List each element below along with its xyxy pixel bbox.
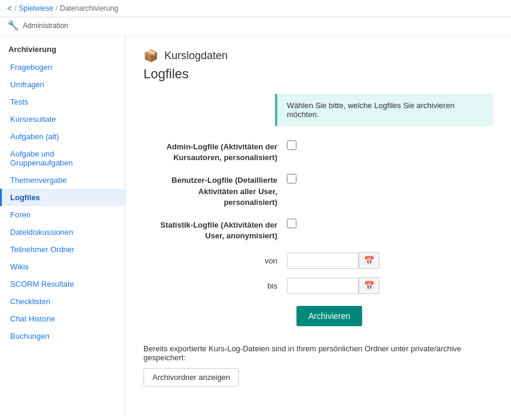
- statistik-logfile-label: Statistik-Logfile (Aktivitäten der User,…: [155, 219, 287, 241]
- breadcrumb-sep1: /: [14, 4, 16, 13]
- admin-icon: 🔧: [7, 20, 19, 31]
- sidebar-item-logfiles[interactable]: Logfiles: [0, 189, 125, 206]
- header: < / Spielwiese / Datenarchivierung: [0, 0, 511, 17]
- date-to-input[interactable]: [287, 278, 359, 294]
- sidebar-item-aufgabe-gruppe[interactable]: Aufgabe und Gruppenaufgaben: [0, 145, 125, 171]
- sidebar-item-themenvergabe[interactable]: Themenvergabe: [0, 171, 125, 189]
- admin-logfile-row: Admin-Logfile (Aktivitäten der Kursautor…: [155, 140, 493, 163]
- date-from-row: von 📅: [155, 252, 493, 269]
- sidebar-section-title: Archivierung: [0, 36, 125, 59]
- date-from-label: von: [155, 256, 287, 265]
- back-button[interactable]: <: [7, 4, 12, 13]
- sidebar-item-umfragen[interactable]: Umfragen: [0, 76, 125, 93]
- sidebar-item-tests[interactable]: Tests: [0, 93, 125, 111]
- sidebar-item-aufgaben-alt[interactable]: Aufgaben (alt): [0, 128, 125, 145]
- main-content: 📦 Kurslogdaten Logfiles Wählen Sie bitte…: [126, 36, 511, 415]
- sidebar-item-kursresultate[interactable]: Kursresultate: [0, 111, 125, 128]
- footer-text: Bereits exportierte Kurs-Log-Dateien sin…: [143, 344, 461, 362]
- sidebar-item-foren[interactable]: Foren: [0, 206, 125, 223]
- sidebar-item-scorm[interactable]: SCORM Resultate: [0, 275, 125, 293]
- page-icon: 📦: [143, 48, 158, 63]
- sidebar: Archivierung Fragebogen Umfragen Tests K…: [0, 36, 126, 415]
- sidebar-item-teilnehmer-ordner[interactable]: Teilnehmer Ordner: [0, 241, 125, 258]
- layout: Archivierung Fragebogen Umfragen Tests K…: [0, 36, 511, 415]
- admin-section: 🔧 Administration: [0, 17, 511, 36]
- date-to-row: bis 📅: [155, 277, 493, 294]
- admin-logfile-label: Admin-Logfile (Aktivitäten der Kursautor…: [155, 140, 287, 163]
- breadcrumb-spielwiese[interactable]: Spielwiese: [19, 4, 53, 13]
- statistik-logfile-control: [287, 219, 296, 228]
- archive-button[interactable]: Archivieren: [296, 306, 362, 326]
- statistik-logfile-checkbox[interactable]: [287, 219, 296, 228]
- footer-info: Bereits exportierte Kurs-Log-Dateien sin…: [143, 344, 493, 387]
- page-title: Kurslogdaten: [164, 50, 228, 62]
- sidebar-item-chat-historie[interactable]: Chat Historie: [0, 310, 125, 327]
- page-title-section: 📦 Kurslogdaten: [143, 48, 493, 63]
- date-to-calendar-button[interactable]: 📅: [359, 277, 380, 294]
- date-from-input[interactable]: [287, 253, 359, 269]
- benutzer-logfile-row: Benutzer-Logfile (Detaillierte Aktivität…: [155, 174, 493, 208]
- show-folder-button[interactable]: Archivordner anzeigen: [143, 368, 239, 387]
- benutzer-logfile-control: [287, 174, 296, 183]
- benutzer-logfile-checkbox[interactable]: [287, 174, 296, 183]
- breadcrumb-sep2: /: [56, 4, 57, 13]
- sidebar-item-buchungen[interactable]: Buchungen: [0, 327, 125, 345]
- page-subtitle: Logfiles: [143, 66, 493, 82]
- date-to-label: bis: [155, 281, 287, 290]
- admin-logfile-checkbox[interactable]: [287, 140, 296, 150]
- breadcrumb: < / Spielwiese / Datenarchivierung: [7, 4, 118, 13]
- admin-label: Administration: [23, 22, 68, 30]
- sidebar-item-wikis[interactable]: Wikis: [0, 258, 125, 275]
- benutzer-logfile-label: Benutzer-Logfile (Detaillierte Aktivität…: [155, 174, 287, 208]
- date-from-calendar-button[interactable]: 📅: [359, 252, 380, 269]
- info-box: Wählen Sie bitte, welche Logfiles Sie ar…: [275, 94, 493, 126]
- statistik-logfile-row: Statistik-Logfile (Aktivitäten der User,…: [155, 219, 493, 241]
- sidebar-item-checklisten[interactable]: Checklisten: [0, 293, 125, 310]
- breadcrumb-current: Datenarchivierung: [60, 4, 118, 13]
- sidebar-item-fragebogen[interactable]: Fragebogen: [0, 59, 125, 76]
- form-section: Admin-Logfile (Aktivitäten der Kursautor…: [143, 140, 493, 326]
- admin-logfile-control: [287, 140, 296, 150]
- sidebar-item-dateidiskussionen[interactable]: Dateidiskussionen: [0, 223, 125, 241]
